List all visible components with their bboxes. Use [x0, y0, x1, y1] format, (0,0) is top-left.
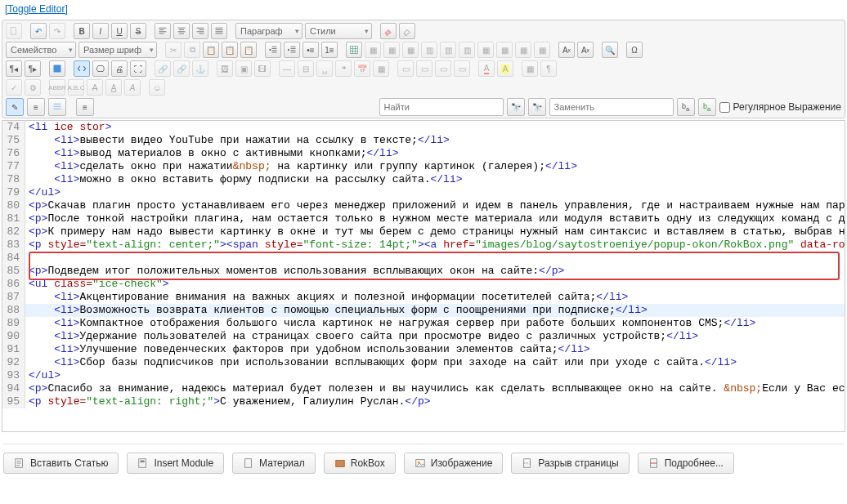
code-line[interactable]: 92 <li>Сбор базы подписчиков при использ…	[2, 356, 845, 369]
align-justify-button[interactable]	[211, 23, 227, 39]
align-left-button[interactable]	[155, 23, 171, 39]
code-line[interactable]: 81<p>После тонкой настройки плагина, нам…	[2, 212, 845, 225]
clear-format-button[interactable]	[399, 23, 415, 39]
image-button[interactable]: 🖼	[217, 60, 233, 77]
code-line[interactable]: 83<p style="text-align: center;"><span s…	[2, 239, 845, 252]
layer-abs-button[interactable]: ▭	[454, 60, 470, 77]
cell-props-button[interactable]: ▦	[534, 42, 550, 58]
layer-back-button[interactable]: ▭	[435, 60, 451, 77]
col-before-button[interactable]: ▥	[421, 42, 437, 58]
code-line[interactable]: 76 <li>вывод материалов в окно с активны…	[2, 147, 845, 160]
find-next-button[interactable]: 🔭	[507, 98, 525, 116]
indent-button[interactable]	[284, 42, 300, 58]
code-line[interactable]: 87 <li>Акцентирование внимания на важных…	[2, 291, 845, 304]
page-break-button[interactable]: ⊟	[298, 60, 314, 77]
table-button[interactable]	[346, 42, 362, 58]
code-line[interactable]: 84	[2, 252, 845, 265]
fullscreen-button[interactable]: ⛶	[130, 60, 146, 77]
ol-button[interactable]: 1≡	[321, 42, 338, 58]
rokbox-button[interactable]: RokBox	[324, 453, 396, 474]
outdent-button[interactable]	[265, 42, 281, 58]
code-line[interactable]: 75 <li>вывести видео YouTube при нажатии…	[2, 134, 845, 147]
media-button[interactable]: ▣	[235, 60, 252, 77]
emoji-button[interactable]: ☺	[149, 79, 165, 96]
bg-color-button[interactable]: A	[497, 60, 513, 77]
ins-button[interactable]: A	[105, 79, 122, 96]
print-button[interactable]: 🖨	[111, 60, 128, 77]
layer-fwd-button[interactable]: ▭	[416, 60, 432, 77]
font-size-select[interactable]: Размер шриф	[78, 42, 157, 58]
rtl-button[interactable]: ¶▸	[25, 60, 41, 77]
show-blocks-button[interactable]: ▦	[522, 60, 538, 77]
insert-article-button[interactable]: Вставить Статью	[3, 453, 119, 474]
select-all-button[interactable]	[49, 60, 65, 77]
format-button[interactable]: ≡	[76, 98, 94, 116]
code-line[interactable]: 85<p>Подведем итог положительных моменто…	[2, 265, 845, 278]
sup-button[interactable]: Ax	[577, 42, 594, 58]
paste-word-button[interactable]: 📋	[240, 42, 257, 58]
italic-button[interactable]: I	[92, 23, 109, 39]
align-right-button[interactable]	[192, 23, 208, 39]
replace-all-button[interactable]: ba	[698, 98, 716, 116]
material-button[interactable]: Материал	[232, 453, 316, 474]
code-line[interactable]: 89 <li>Компактное отображения большого ч…	[2, 317, 845, 330]
template-button[interactable]: ▦	[373, 60, 389, 77]
code-line[interactable]: 88 <li>Возможность возврата клиентов с п…	[2, 304, 845, 317]
strike-button[interactable]: S	[130, 23, 146, 39]
lines-button[interactable]: ≡	[27, 98, 45, 116]
nbsp-button[interactable]: ␣	[316, 60, 333, 77]
row-props-button[interactable]: ▦	[515, 42, 531, 58]
attr-button[interactable]: ⚙	[25, 79, 41, 96]
copy-button[interactable]: ⧉	[184, 42, 200, 58]
code-line[interactable]: 93</ul>	[2, 369, 845, 382]
highlight-button[interactable]: ✎	[6, 98, 24, 116]
split-button[interactable]: ▦	[496, 42, 513, 58]
paste-text-button[interactable]: 📋	[222, 42, 238, 58]
date-button[interactable]: 📅	[354, 60, 370, 77]
image-insert-button[interactable]: Изображение	[404, 453, 504, 474]
code-line[interactable]: 91 <li>Улучшение поведенческих факторов …	[2, 343, 845, 356]
source-button[interactable]	[74, 60, 90, 77]
quote-button[interactable]: ❝	[335, 60, 352, 77]
code-line[interactable]: 79</ul>	[2, 186, 845, 199]
abbr-button[interactable]: ABBR	[49, 79, 65, 96]
paste-button[interactable]: 📋	[203, 42, 219, 58]
ltr-button[interactable]: ¶◂	[6, 60, 22, 77]
insert-module-button[interactable]: Insert Module	[127, 453, 224, 474]
link-button[interactable]: 🔗	[155, 60, 171, 77]
special-char-button[interactable]: Ω	[626, 42, 643, 58]
row-before-button[interactable]: ▦	[365, 42, 381, 58]
find-button[interactable]: 🔍	[602, 42, 618, 58]
undo-button[interactable]: ↶	[30, 23, 47, 39]
code-line[interactable]: 95<p style="text-align: right;">С уважен…	[2, 395, 845, 408]
code-line[interactable]: 90 <li>Удержание пользователей на страни…	[2, 330, 845, 343]
font-color-button[interactable]: A	[478, 60, 495, 77]
paragraph-select[interactable]: Параграф	[235, 23, 302, 39]
code-line[interactable]: 78 <li>можно в окно вставить форму подпи…	[2, 173, 845, 186]
row-del-button[interactable]: ▦	[402, 42, 419, 58]
visual-chars-button[interactable]: ¶	[540, 60, 557, 77]
code-line[interactable]: 94<p>Спасибо за внимание, надеюсь матери…	[2, 382, 845, 395]
find-input[interactable]	[379, 98, 504, 116]
redo-button[interactable]: ↷	[49, 23, 65, 39]
ul-button[interactable]: •≡	[302, 42, 319, 58]
col-del-button[interactable]: ▥	[459, 42, 475, 58]
layer-button[interactable]: ▭	[397, 60, 414, 77]
hr-button[interactable]: —	[279, 60, 295, 77]
replace-button[interactable]: ba	[677, 98, 695, 116]
style-select[interactable]: Стили	[305, 23, 372, 39]
code-line[interactable]: 82<p>К примеру нам надо вывести картинку…	[2, 225, 845, 239]
merge-button[interactable]: ▦	[477, 42, 494, 58]
page-break-insert-button[interactable]: Разрыв страницы	[511, 453, 629, 474]
regex-checkbox[interactable]: Регулярное Выражение	[719, 101, 841, 113]
underline-button[interactable]: U	[111, 23, 128, 39]
code-line[interactable]: 74<li ice stor>	[2, 121, 845, 134]
find-prev-button[interactable]: 🔭	[528, 98, 546, 116]
unlink-button[interactable]: 🔗	[173, 60, 190, 77]
spellcheck-button[interactable]: ✓	[6, 79, 22, 96]
sub-button[interactable]: Ax	[558, 42, 575, 58]
newdoc-button[interactable]	[6, 23, 22, 39]
acr-button[interactable]: A.B.C	[68, 79, 84, 96]
wrap-button[interactable]	[48, 98, 66, 116]
cite-button[interactable]: A	[124, 79, 141, 96]
